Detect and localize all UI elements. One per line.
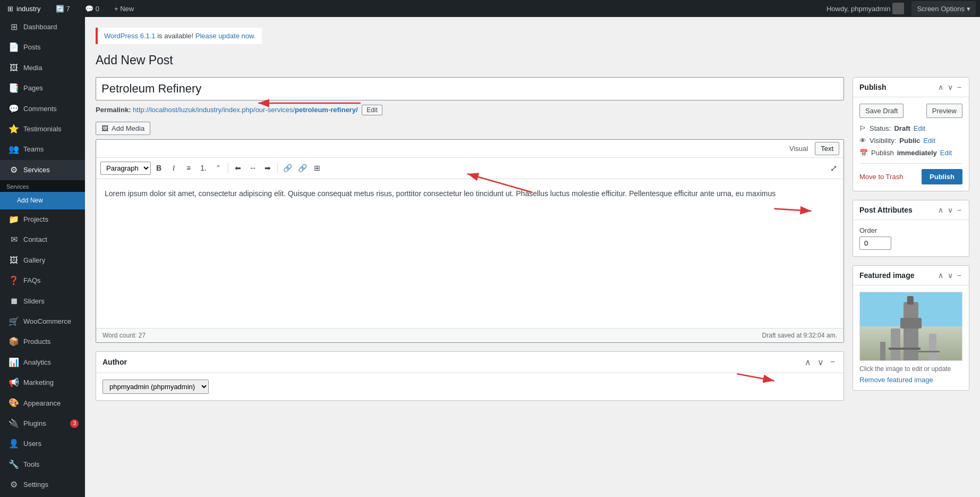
sidebar-item-appearance[interactable]: 🎨 Appearance <box>0 393 85 413</box>
calendar-icon: 📅 <box>859 149 868 157</box>
sidebar-item-users[interactable]: 👤 Users <box>0 434 85 454</box>
order-input[interactable] <box>859 237 891 250</box>
post-title-input[interactable] <box>96 77 844 100</box>
post-attr-up[interactable]: ∧ <box>937 205 944 215</box>
sidebar-item-pages[interactable]: 📑 Pages <box>0 78 85 98</box>
sidebar-item-dashboard[interactable]: ⊞ Dashboard <box>0 17 85 37</box>
featured-image-up[interactable]: ∧ <box>937 270 944 281</box>
insert-link-button[interactable]: 🔗 <box>280 161 294 175</box>
adminbar-new[interactable]: + New <box>111 0 137 17</box>
status-edit-link[interactable]: Edit <box>914 124 925 132</box>
align-right-button[interactable]: ➡ <box>261 161 275 175</box>
insert-table-button[interactable]: ⊞ <box>310 161 324 175</box>
settings-icon: ⚙ <box>8 479 19 491</box>
remove-link-button[interactable]: 🔗 <box>295 161 309 175</box>
update-now-link[interactable]: Please update now. <box>195 32 255 40</box>
sidebar-label-teams: Teams <box>23 145 44 154</box>
publish-panel-up[interactable]: ∧ <box>937 82 944 92</box>
permalink-link[interactable]: http://localhost/luzuk/industry/index.ph… <box>133 106 360 114</box>
sidebar-item-plugins[interactable]: 🔌 Plugins 3 <box>0 414 85 434</box>
publish-panel-down[interactable]: ∨ <box>947 82 954 92</box>
move-to-trash-link[interactable]: Move to Trash <box>859 173 903 181</box>
sidebar-item-marketing[interactable]: 📢 Marketing <box>0 373 85 393</box>
featured-image-header[interactable]: Featured image ∧ ∨ − <box>853 266 969 285</box>
sidebar-item-media[interactable]: 🖼 Media <box>0 58 85 78</box>
author-box-header[interactable]: Author ∧ ∨ − <box>96 352 843 373</box>
ordered-list-button[interactable]: 1. <box>197 161 210 175</box>
sidebar-item-woocommerce[interactable]: 🛒 WooCommerce <box>0 311 85 332</box>
sidebar-subitem-add-new[interactable]: Add New <box>0 192 85 209</box>
wordpress-update-link[interactable]: WordPress 6.1.1 <box>104 32 156 40</box>
remove-featured-image-link[interactable]: Remove featured image <box>859 376 933 384</box>
sidebar-label-appearance: Appearance <box>23 399 61 408</box>
publish-panel-controls: ∧ ∨ − <box>937 82 962 92</box>
blockquote-button[interactable]: " <box>211 161 225 175</box>
sidebar-item-projects[interactable]: 📁 Projects <box>0 209 85 230</box>
post-attr-toggle[interactable]: − <box>956 205 962 215</box>
publish-panel-header[interactable]: Publish ∧ ∨ − <box>853 78 969 97</box>
sidebar-label-woocommerce: WooCommerce <box>23 317 71 326</box>
edit-slug-button[interactable]: Edit <box>362 105 382 115</box>
sidebar-item-analytics[interactable]: 📊 Analytics <box>0 352 85 373</box>
unordered-list-button[interactable]: ≡ <box>182 161 195 175</box>
paragraph-select[interactable]: Paragraph <box>100 162 151 175</box>
sidebar-label-gallery: Gallery <box>23 256 45 265</box>
sidebar-item-teams[interactable]: 👥 Teams <box>0 139 85 159</box>
projects-icon: 📁 <box>8 214 19 225</box>
users-icon: 👤 <box>8 438 19 450</box>
sidebar-item-testimonials[interactable]: ⭐ Testimonials <box>0 119 85 139</box>
adminbar-comments[interactable]: 💬 0 <box>82 0 103 17</box>
featured-image[interactable] <box>859 292 962 361</box>
save-draft-button[interactable]: Save Draft <box>859 104 904 118</box>
sidebar-item-gallery[interactable]: 🖼 Gallery <box>0 250 85 271</box>
featured-image-panel: Featured image ∧ ∨ − <box>853 265 969 391</box>
italic-button[interactable]: I <box>167 161 181 175</box>
sidebar-item-settings[interactable]: ⚙ Settings <box>0 475 85 495</box>
woocommerce-icon: 🛒 <box>8 316 19 327</box>
tab-text[interactable]: Text <box>815 142 839 155</box>
tab-visual[interactable]: Visual <box>783 142 814 155</box>
notice-middle-text: is available! <box>157 32 195 40</box>
post-attr-down[interactable]: ∨ <box>947 205 954 215</box>
publish-panel-body: Save Draft Preview 🏳 Status: Draft Edit … <box>853 97 969 191</box>
publish-panel-toggle[interactable]: − <box>956 82 962 92</box>
author-select[interactable]: phpmyadmin (phpmyadmin) <box>103 380 209 394</box>
add-media-label: Add Media <box>112 124 144 132</box>
comments-icon: 💬 <box>8 103 19 115</box>
sidebar-item-products[interactable]: 📦 Products <box>0 332 85 352</box>
author-box-up-button[interactable]: ∧ <box>803 356 813 368</box>
align-left-button[interactable]: ⬅ <box>231 161 245 175</box>
publish-button[interactable]: Publish <box>922 169 962 184</box>
sidebar-item-services[interactable]: ⚙ Services <box>0 160 85 180</box>
adminbar-site[interactable]: ⊞ industry <box>4 0 44 17</box>
align-center-button[interactable]: ↔ <box>246 161 260 175</box>
sidebar-item-sliders[interactable]: ◼ Sliders <box>0 291 85 311</box>
preview-button[interactable]: Preview <box>926 104 962 118</box>
sidebar-item-contact[interactable]: ✉ Contact <box>0 230 85 250</box>
editor-content-area[interactable]: Lorem ipsum dolor sit amet, consectetur … <box>96 179 843 328</box>
sidebar-label-analytics: Analytics <box>23 358 51 367</box>
comments-count: 0 <box>96 5 99 13</box>
word-count: Word count: 27 <box>103 332 146 339</box>
screen-options-button[interactable]: Screen Options ▾ <box>911 1 976 16</box>
adminbar-howdy[interactable]: Howdy, phpmyadmin <box>823 0 907 17</box>
featured-image-down[interactable]: ∨ <box>947 270 954 281</box>
author-box-toggle-button[interactable]: − <box>828 356 837 368</box>
appearance-icon: 🎨 <box>8 397 19 409</box>
posts-icon: 📄 <box>8 41 19 53</box>
featured-image-toggle[interactable]: − <box>956 270 962 281</box>
publish-edit-link[interactable]: Edit <box>940 149 952 157</box>
post-attributes-header[interactable]: Post Attributes ∧ ∨ − <box>853 200 969 220</box>
bold-button[interactable]: B <box>152 161 166 175</box>
sidebar-item-posts[interactable]: 📄 Posts <box>0 37 85 57</box>
sidebar-item-comments[interactable]: 💬 Comments <box>0 99 85 119</box>
author-box-down-button[interactable]: ∨ <box>815 356 826 368</box>
adminbar-updates[interactable]: 🔄 7 <box>53 0 73 17</box>
visibility-edit-link[interactable]: Edit <box>923 137 935 145</box>
sidebar-label-testimonials: Testimonials <box>23 124 62 134</box>
expand-editor-button[interactable]: ⤢ <box>828 161 839 175</box>
sidebar-item-tools[interactable]: 🔧 Tools <box>0 454 85 475</box>
add-new-label: Add New <box>17 196 43 205</box>
add-media-button[interactable]: 🖼 Add Media <box>96 122 150 135</box>
sidebar-item-faqs[interactable]: ❓ FAQs <box>0 271 85 291</box>
